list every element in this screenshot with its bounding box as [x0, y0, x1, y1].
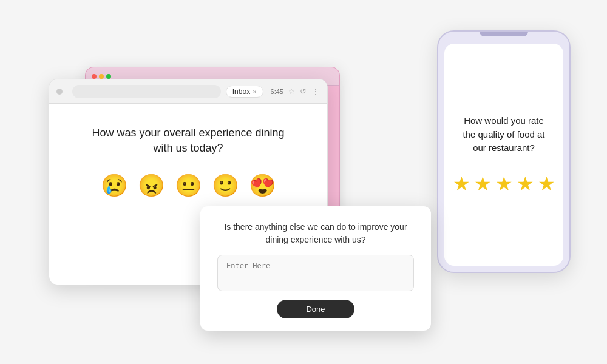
emoji-heart-eyes[interactable]: 😍 — [249, 173, 276, 198]
star-5[interactable]: ★ — [538, 172, 555, 195]
emoji-angry[interactable]: 😠 — [138, 173, 165, 198]
refresh-icon: ↺ — [300, 87, 307, 96]
emoji-crying[interactable]: 😢 — [101, 173, 128, 198]
time-badge: 6:45 — [271, 88, 283, 95]
feedback-dialog: Is there anything else we can do to impr… — [200, 206, 431, 331]
emoji-neutral[interactable]: 😐 — [175, 173, 202, 198]
dot-green — [106, 74, 111, 79]
dot-red — [92, 74, 97, 79]
dialog-question: Is there anything else we can do to impr… — [217, 221, 414, 246]
tab-label: Inbox — [232, 87, 250, 96]
browser-content: How was your overall experience dining w… — [49, 104, 327, 213]
done-button[interactable]: Done — [277, 300, 354, 318]
star-2[interactable]: ★ — [474, 172, 492, 195]
star-icon: ☆ — [288, 87, 295, 96]
star-4[interactable]: ★ — [517, 172, 534, 195]
browser-question: How was your overall experience dining w… — [91, 126, 285, 156]
browser-circle — [56, 89, 63, 95]
dot-yellow — [99, 74, 104, 79]
phone-content: How would you rate the quality of food a… — [444, 44, 563, 266]
star-3[interactable]: ★ — [495, 172, 513, 195]
star-rating[interactable]: ★ ★ ★ ★ ★ — [453, 172, 555, 195]
star-1[interactable]: ★ — [453, 172, 470, 195]
browser-topbar: Inbox × 6:45 ☆ ↺ ⋮ — [49, 79, 327, 104]
address-bar — [72, 85, 221, 98]
phone-notch — [480, 32, 528, 36]
emoji-smile[interactable]: 🙂 — [212, 173, 239, 198]
tab-close-button[interactable]: × — [253, 88, 256, 95]
emoji-row: 😢 😠 😐 🙂 😍 — [101, 173, 276, 198]
phone-mockup: How would you rate the quality of food a… — [437, 30, 571, 273]
more-icon[interactable]: ⋮ — [311, 87, 320, 96]
inbox-tab[interactable]: Inbox × — [226, 86, 263, 98]
phone-question: How would you rate the quality of food a… — [456, 114, 551, 155]
feedback-input[interactable] — [217, 255, 414, 291]
